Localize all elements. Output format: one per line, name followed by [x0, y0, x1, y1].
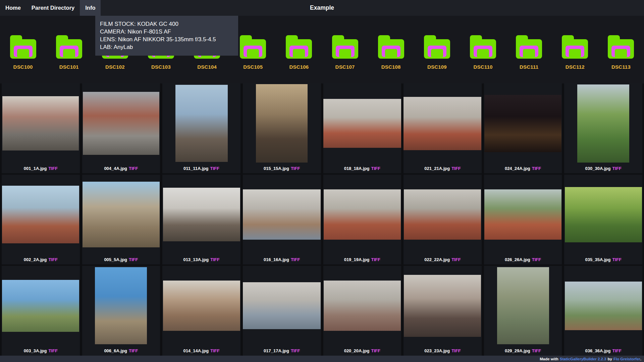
author-link[interactable]: Flo Greistorfer — [613, 357, 640, 361]
filename-link[interactable]: 036_36A.jpg — [585, 348, 611, 353]
tiff-link[interactable]: TIFF — [371, 257, 380, 262]
filename-link[interactable]: 015_15A.jpg — [264, 166, 289, 171]
photo-thumbnail[interactable] — [95, 267, 147, 344]
photo-thumbnail[interactable] — [565, 282, 642, 330]
photo-thumbnail[interactable] — [175, 85, 228, 162]
folder-icon — [608, 35, 634, 59]
tiff-link[interactable]: TIFF — [371, 166, 380, 171]
tiff-link[interactable]: TIFF — [612, 166, 621, 171]
folder-label: DSC103 — [151, 64, 171, 70]
tiff-link[interactable]: TIFF — [291, 166, 300, 171]
photo-thumbnail[interactable] — [497, 267, 549, 344]
tiff-link[interactable]: TIFF — [451, 257, 461, 262]
filename-link[interactable]: 026_26A.jpg — [505, 257, 530, 262]
photo-thumbnail[interactable] — [163, 188, 240, 241]
tiff-link[interactable]: TIFF — [129, 166, 138, 171]
filename-link[interactable]: 019_19A.jpg — [344, 257, 370, 262]
tiff-link[interactable]: TIFF — [48, 257, 57, 262]
photo-thumbnail[interactable] — [323, 99, 401, 148]
tiff-link[interactable]: TIFF — [291, 348, 300, 353]
tiff-link[interactable]: TIFF — [532, 257, 541, 262]
filename-link[interactable]: 029_29A.jpg — [505, 348, 530, 353]
photo-thumbnail[interactable] — [404, 97, 481, 150]
folder-item-dsc106[interactable]: DSC106 — [276, 35, 322, 70]
filename-link[interactable]: 016_16A.jpg — [264, 257, 289, 262]
photo-thumbnail[interactable] — [256, 84, 308, 163]
photo-thumbnail[interactable] — [324, 189, 401, 240]
photo-thumbnail[interactable] — [484, 95, 561, 152]
photo-thumbnail[interactable] — [577, 84, 629, 163]
tiff-link[interactable]: TIFF — [612, 257, 621, 262]
folder-item-dsc100[interactable]: DSC100 — [0, 35, 46, 70]
folder-item-dsc110[interactable]: DSC110 — [460, 35, 506, 70]
filename-link[interactable]: 011_11A.jpg — [183, 166, 208, 171]
tiff-link[interactable]: TIFF — [532, 166, 541, 171]
tiff-link[interactable]: TIFF — [210, 257, 219, 262]
folder-item-dsc109[interactable]: DSC109 — [414, 35, 460, 70]
folder-item-dsc111[interactable]: DSC111 — [506, 35, 552, 70]
gallery-cell: 017_17A.jpgTIFF — [243, 266, 321, 356]
photo-thumbnail[interactable] — [83, 182, 160, 247]
filename-link[interactable]: 020_20A.jpg — [344, 348, 370, 353]
photo-thumbnail[interactable] — [243, 282, 321, 329]
tiff-link[interactable]: TIFF — [532, 348, 541, 353]
thumbnail-area — [564, 83, 642, 163]
tiff-link[interactable]: TIFF — [451, 166, 461, 171]
photo-thumbnail[interactable] — [404, 189, 481, 240]
folder-item-dsc112[interactable]: DSC112 — [552, 35, 598, 70]
filename-link[interactable]: 014_14A.jpg — [183, 348, 209, 353]
builder-link[interactable]: StaticGalleryBuilder 2.2.3 — [560, 357, 606, 361]
filename-link[interactable]: 022_22A.jpg — [424, 257, 450, 262]
nav-parent-directory[interactable]: Parent Directory — [26, 0, 80, 16]
tiff-link[interactable]: TIFF — [48, 166, 57, 171]
filename-link[interactable]: 006_6A.jpg — [104, 348, 127, 353]
tiff-link[interactable]: TIFF — [210, 348, 219, 353]
thumbnail-area — [484, 175, 562, 254]
photo-thumbnail[interactable] — [243, 189, 321, 240]
photo-thumbnail[interactable] — [324, 281, 401, 331]
folder-item-dsc113[interactable]: DSC113 — [598, 35, 644, 70]
nav-info-tab[interactable]: Info — [80, 0, 101, 16]
nav-home[interactable]: Home — [0, 0, 26, 16]
filename-link[interactable]: 023_23A.jpg — [424, 348, 450, 353]
thumbnail-caption: 029_29A.jpgTIFF — [484, 346, 562, 356]
info-panel: FILM STOCK: KODAK GC 400 CAMERA: Nikon F… — [95, 16, 238, 56]
thumbnail-caption: 011_11A.jpgTIFF — [162, 163, 240, 173]
tiff-link[interactable]: TIFF — [210, 166, 219, 171]
filename-link[interactable]: 018_18A.jpg — [344, 166, 370, 171]
tiff-link[interactable]: TIFF — [612, 348, 621, 353]
photo-thumbnail[interactable] — [2, 186, 79, 243]
filename-link[interactable]: 017_17A.jpg — [264, 348, 289, 353]
folder-item-dsc108[interactable]: DSC108 — [368, 35, 414, 70]
thumbnail-caption: 006_6A.jpgTIFF — [82, 346, 160, 356]
tiff-link[interactable]: TIFF — [371, 348, 380, 353]
filename-link[interactable]: 030_30A.jpg — [585, 166, 611, 171]
photo-thumbnail[interactable] — [404, 275, 481, 337]
photo-thumbnail[interactable] — [2, 96, 79, 150]
filename-link[interactable]: 013_13A.jpg — [183, 257, 209, 262]
filename-link[interactable]: 005_5A.jpg — [104, 257, 127, 262]
tiff-link[interactable]: TIFF — [451, 348, 461, 353]
thumbnail-caption: 026_26A.jpgTIFF — [484, 254, 562, 264]
filename-link[interactable]: 035_35A.jpg — [585, 257, 611, 262]
folder-item-dsc107[interactable]: DSC107 — [322, 35, 368, 70]
tiff-link[interactable]: TIFF — [48, 348, 57, 353]
folder-item-dsc101[interactable]: DSC101 — [46, 35, 92, 70]
filename-link[interactable]: 021_21A.jpg — [424, 166, 450, 171]
photo-thumbnail[interactable] — [565, 187, 642, 242]
photo-thumbnail[interactable] — [2, 280, 79, 332]
filename-link[interactable]: 001_1A.jpg — [24, 166, 47, 171]
folder-label: DSC113 — [611, 64, 631, 70]
filename-link[interactable]: 003_3A.jpg — [24, 348, 47, 353]
photo-thumbnail[interactable] — [484, 189, 561, 240]
filename-link[interactable]: 024_24A.jpg — [505, 166, 530, 171]
photo-thumbnail[interactable] — [163, 281, 240, 331]
filename-link[interactable]: 002_2A.jpg — [24, 257, 47, 262]
photo-thumbnail[interactable] — [83, 92, 159, 155]
tiff-link[interactable]: TIFF — [291, 257, 300, 262]
tiff-link[interactable]: TIFF — [129, 348, 138, 353]
filename-link[interactable]: 004_4A.jpg — [104, 166, 127, 171]
tiff-link[interactable]: TIFF — [129, 257, 138, 262]
gallery-cell: 024_24A.jpgTIFF — [484, 83, 562, 173]
folder-icon — [56, 35, 82, 59]
